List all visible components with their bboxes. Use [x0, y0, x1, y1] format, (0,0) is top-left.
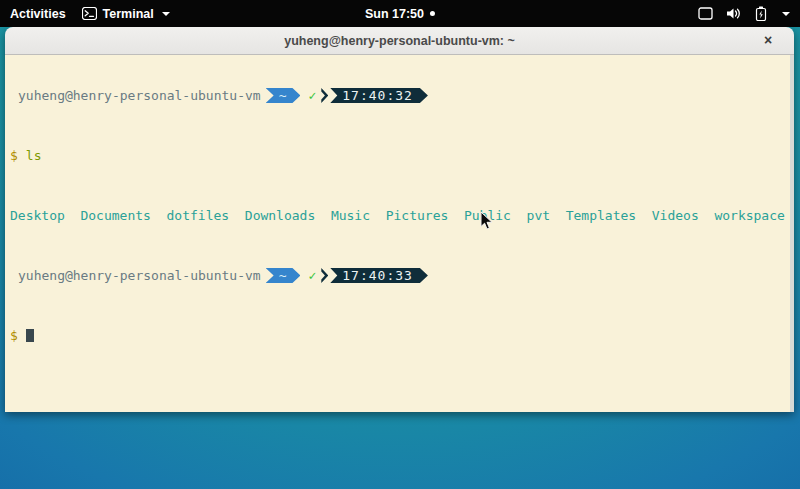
status-ok-icon: ✓	[308, 268, 316, 283]
terminal-content-area[interactable]: yuheng@henry-personal-ubuntu-vm~✓17:40:3…	[5, 55, 794, 412]
powerline-time-segment: 17:40:32	[330, 88, 428, 103]
prompt-user: yuheng@henry-personal-ubuntu-vm	[18, 268, 261, 283]
powerline-time-segment: 17:40:33	[330, 268, 428, 283]
chevron-down-icon	[162, 12, 170, 16]
chevron-down-icon	[782, 12, 790, 16]
terminal-app-icon	[82, 7, 97, 20]
terminal-window: yuheng@henry-personal-ubuntu-vm: ~ × yuh…	[5, 27, 794, 412]
clock-label: Sun 17:50	[365, 7, 424, 21]
notification-dot-icon	[430, 11, 435, 16]
prompt-symbol: $	[10, 148, 18, 163]
prompt-line-1: yuheng@henry-personal-ubuntu-vm~✓17:40:3…	[10, 88, 794, 103]
prompt-user: yuheng@henry-personal-ubuntu-vm	[18, 88, 261, 103]
powerline-separator-icon	[321, 268, 328, 283]
app-menu-label: Terminal	[103, 7, 154, 21]
mouse-pointer-icon	[480, 211, 493, 231]
powerline-cwd-segment: ~	[266, 268, 301, 283]
powerline-cwd-segment: ~	[266, 88, 301, 103]
powerline-separator-icon	[321, 88, 328, 103]
prompt-symbol: $	[10, 328, 18, 343]
terminal-titlebar[interactable]: yuheng@henry-personal-ubuntu-vm: ~ ×	[5, 27, 794, 55]
window-title: yuheng@henry-personal-ubuntu-vm: ~	[284, 34, 515, 48]
command-text: ls	[26, 148, 42, 163]
battery-charging-icon	[755, 6, 767, 21]
current-input-line: $	[10, 328, 794, 343]
activities-button[interactable]: Activities	[10, 7, 66, 21]
system-status-menu[interactable]	[698, 6, 800, 21]
status-ok-icon: ✓	[308, 88, 316, 103]
desktop-background: Activities Terminal Sun 17:50	[0, 0, 800, 489]
display-icon	[698, 7, 713, 20]
gnome-top-bar: Activities Terminal Sun 17:50	[0, 0, 800, 27]
terminal-scrollbar[interactable]	[790, 55, 794, 412]
clock-menu[interactable]: Sun 17:50	[365, 7, 435, 21]
ls-output: Desktop Documents dotfiles Downloads Mus…	[10, 208, 794, 223]
command-line: $ls	[10, 148, 794, 163]
prompt-line-2: yuheng@henry-personal-ubuntu-vm~✓17:40:3…	[10, 268, 794, 283]
volume-icon	[726, 7, 742, 20]
close-icon[interactable]: ×	[759, 31, 777, 49]
app-menu-terminal[interactable]: Terminal	[82, 7, 170, 21]
text-cursor	[26, 329, 34, 342]
